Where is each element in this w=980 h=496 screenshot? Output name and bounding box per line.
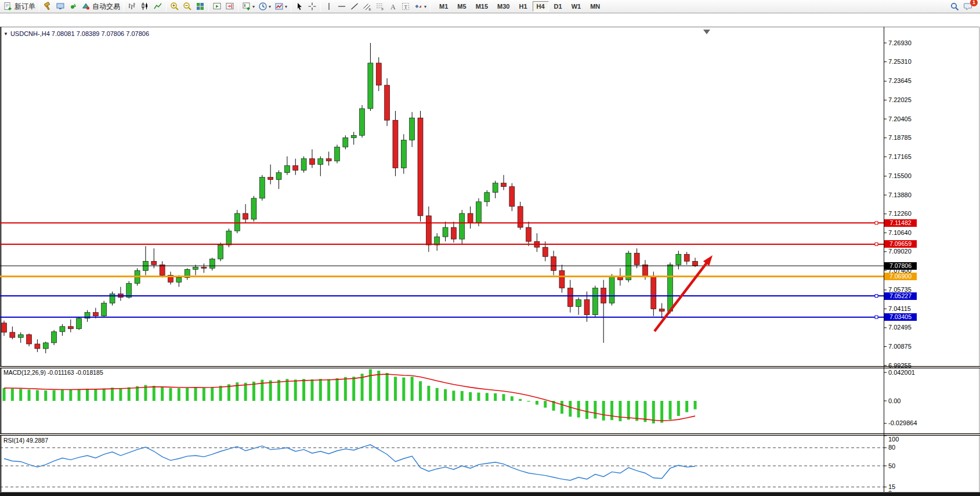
- candle-body: [410, 118, 415, 140]
- text-label-button[interactable]: T: [399, 1, 412, 13]
- macd-histogram-bar: [377, 371, 380, 401]
- window-menu-icon[interactable]: ▼: [3, 31, 8, 37]
- timeframe-h1[interactable]: H1: [515, 1, 531, 12]
- chart-canvas[interactable]: [0, 13, 980, 496]
- zoom-out-icon: [183, 2, 192, 11]
- macd-histogram-bar: [560, 401, 563, 414]
- chat-button[interactable]: 1: [961, 1, 975, 13]
- candle-body: [77, 318, 82, 329]
- toolbar-separator: [430, 1, 431, 12]
- chevron-down-icon: ▾: [269, 4, 271, 9]
- macd-histogram-bar: [211, 387, 214, 401]
- candle-body: [52, 332, 57, 343]
- svg-text:F: F: [382, 8, 384, 11]
- new-order-button[interactable]: 新订单: [2, 1, 37, 13]
- strategy-tester-button[interactable]: [41, 1, 54, 13]
- candle-body: [634, 253, 639, 265]
- macd-histogram-bar: [411, 376, 414, 401]
- macd-axis-label: 0.042001: [888, 369, 915, 376]
- macd-histogram-bar: [461, 391, 464, 401]
- timeframe-h4[interactable]: H4: [533, 1, 549, 12]
- candle-body: [676, 254, 681, 265]
- new-chart-dropdown[interactable]: ▾: [240, 1, 256, 13]
- macd-histogram-bar: [86, 389, 89, 401]
- symbol-ohlc-readout: USDCNH-,H4 7.08081 7.08389 7.07806 7.078…: [10, 30, 149, 37]
- macd-histogram-bar: [610, 401, 613, 420]
- macd-histogram-bar: [294, 379, 297, 401]
- macd-histogram-bar: [544, 401, 547, 408]
- chart-shift-button[interactable]: [223, 1, 236, 13]
- trendline-button[interactable]: [348, 1, 361, 13]
- candle-body: [160, 265, 165, 275]
- template-dropdown[interactable]: ▾: [273, 1, 289, 13]
- search-button[interactable]: [948, 1, 961, 13]
- trend-arrow[interactable]: [654, 262, 708, 331]
- auto-scroll-button[interactable]: [211, 1, 223, 13]
- hline-handle[interactable]: [875, 242, 878, 245]
- equidistant-channel-button[interactable]: E: [361, 1, 374, 13]
- timeframe-m5[interactable]: M5: [453, 1, 470, 12]
- candle-body: [151, 261, 157, 265]
- toolbar: 新订单 自动交易 ▾ ▾ ▾ E F A T ▾: [0, 0, 980, 13]
- candle-body: [176, 277, 182, 282]
- toolbar-separator: [39, 1, 39, 12]
- price-axis-tick: 6.99255: [888, 362, 912, 369]
- hline-handle[interactable]: [875, 222, 878, 225]
- terminal-button[interactable]: [54, 1, 67, 13]
- macd-histogram-bar: [111, 388, 114, 401]
- macd-signal-line: [4, 374, 695, 421]
- hline-handle[interactable]: [875, 316, 878, 318]
- rsi-axis-label: 100: [888, 436, 899, 443]
- cursor-button[interactable]: [293, 1, 306, 13]
- bar-chart-button[interactable]: [126, 1, 139, 13]
- line-chart-button[interactable]: [151, 1, 164, 13]
- price-axis-tick: 7.25310: [888, 58, 912, 65]
- text-button[interactable]: A: [386, 1, 399, 13]
- macd-histogram-bar: [153, 386, 156, 401]
- price-axis-tick: 7.15500: [888, 172, 912, 179]
- price-line-label: 7.03405: [884, 313, 917, 321]
- template-icon: [274, 2, 284, 11]
- price-line-label: 7.05227: [884, 292, 917, 300]
- vertical-line-button[interactable]: [323, 1, 335, 13]
- new-order-icon: [3, 2, 13, 11]
- timeframe-m15[interactable]: M15: [472, 1, 492, 12]
- candle-body: [368, 63, 373, 108]
- timeframe-w1[interactable]: W1: [567, 1, 585, 12]
- price-shift-marker[interactable]: [703, 30, 710, 34]
- candle-body: [592, 288, 598, 314]
- zoom-in-icon: [170, 2, 179, 11]
- timeframe-d1[interactable]: D1: [550, 1, 566, 12]
- fibonacci-button[interactable]: F: [374, 1, 386, 13]
- hline-handle[interactable]: [875, 295, 878, 298]
- macd-histogram-bar: [44, 390, 47, 401]
- macd-histogram-bar: [285, 379, 288, 401]
- candlestick-chart-button[interactable]: [139, 1, 151, 13]
- horizontal-line-button[interactable]: [335, 1, 348, 13]
- timeframe-mn[interactable]: MN: [586, 1, 604, 12]
- candle-body: [501, 183, 507, 187]
- macd-histogram-bar: [327, 379, 330, 401]
- horizontal-line-icon: [337, 2, 346, 11]
- toolbar-separator: [124, 1, 124, 12]
- shapes-dropdown[interactable]: ▾: [412, 1, 428, 13]
- crosshair-button[interactable]: [306, 1, 319, 13]
- candle-body: [2, 323, 7, 332]
- auto-trading-button[interactable]: 自动交易: [79, 1, 122, 13]
- period-dropdown[interactable]: ▾: [256, 1, 273, 13]
- candle-body: [218, 245, 223, 259]
- timeframe-m1[interactable]: M1: [435, 1, 452, 12]
- rsi-line: [4, 445, 695, 480]
- tile-windows-button[interactable]: [194, 1, 207, 13]
- candle-body: [226, 231, 232, 245]
- signals-button[interactable]: [67, 1, 79, 13]
- toolbar-separator: [320, 1, 321, 12]
- zoom-out-button[interactable]: [181, 1, 194, 13]
- timeframe-m30[interactable]: M30: [493, 1, 513, 12]
- candle-body: [418, 118, 423, 216]
- line-chart-icon: [153, 2, 162, 11]
- zoom-in-button[interactable]: [168, 1, 181, 13]
- chart-shift-icon: [225, 2, 234, 11]
- candle-body: [201, 267, 207, 268]
- candle-body: [559, 270, 565, 288]
